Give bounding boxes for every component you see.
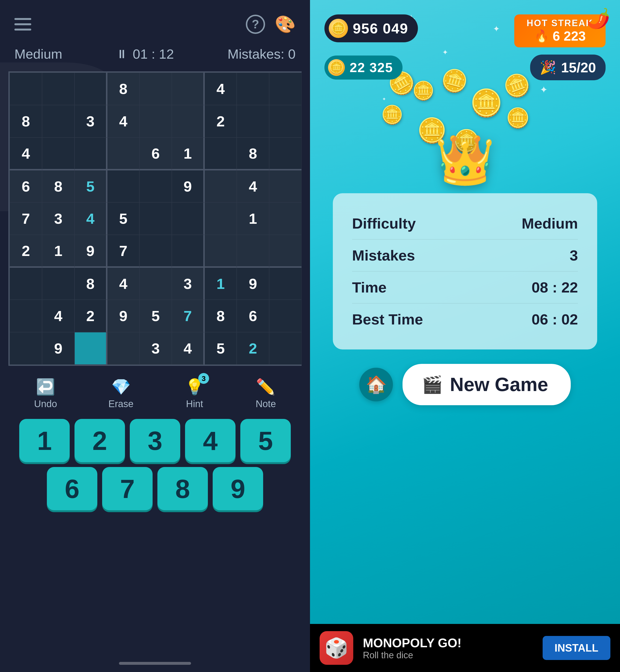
sudoku-cell[interactable]: 9 xyxy=(172,170,204,202)
sudoku-cell[interactable]: 8 xyxy=(237,138,269,170)
sudoku-cell[interactable]: 8 xyxy=(10,105,42,138)
sudoku-cell[interactable]: 6 xyxy=(237,300,269,332)
sudoku-cell[interactable]: 4 xyxy=(172,332,204,365)
sudoku-cell[interactable] xyxy=(139,105,172,138)
sudoku-cell[interactable]: 9 xyxy=(237,267,269,300)
sudoku-cell[interactable] xyxy=(204,202,237,235)
sudoku-cell[interactable] xyxy=(139,202,172,235)
sudoku-cell[interactable] xyxy=(10,300,42,332)
hint-button[interactable]: 3 💡 Hint xyxy=(185,378,204,409)
num-4-button[interactable]: 4 xyxy=(185,419,236,462)
sudoku-cell[interactable]: 4 xyxy=(42,300,74,332)
sudoku-cell[interactable] xyxy=(42,72,74,105)
sudoku-cell[interactable] xyxy=(107,332,139,365)
sudoku-cell[interactable]: 8 xyxy=(107,72,139,105)
sudoku-cell[interactable]: 7 xyxy=(107,235,139,267)
sudoku-cell[interactable]: 2 xyxy=(237,332,269,365)
sudoku-cell[interactable] xyxy=(74,332,107,365)
sudoku-cell[interactable] xyxy=(204,170,237,202)
sudoku-cell[interactable]: 4 xyxy=(10,138,42,170)
sudoku-cell[interactable] xyxy=(237,72,269,105)
sudoku-cell[interactable]: 6 xyxy=(10,170,42,202)
sudoku-cell[interactable] xyxy=(269,267,302,300)
sudoku-cell[interactable] xyxy=(269,202,302,235)
sudoku-cell[interactable]: 4 xyxy=(107,105,139,138)
sudoku-cell[interactable] xyxy=(74,72,107,105)
sudoku-cell[interactable]: 8 xyxy=(42,170,74,202)
sudoku-cell[interactable] xyxy=(269,170,302,202)
sudoku-cell[interactable] xyxy=(10,72,42,105)
sudoku-cell[interactable] xyxy=(10,332,42,365)
hamburger-menu[interactable] xyxy=(14,18,31,31)
sudoku-cell[interactable] xyxy=(107,138,139,170)
sudoku-cell[interactable] xyxy=(269,300,302,332)
sudoku-cell[interactable] xyxy=(42,105,74,138)
sudoku-cell[interactable]: 4 xyxy=(204,72,237,105)
sudoku-cell[interactable] xyxy=(139,72,172,105)
sudoku-cell[interactable] xyxy=(139,170,172,202)
sudoku-cell[interactable]: 1 xyxy=(204,267,237,300)
sudoku-cell[interactable] xyxy=(172,72,204,105)
help-button[interactable]: ? xyxy=(246,15,265,34)
sudoku-cell[interactable]: 2 xyxy=(204,105,237,138)
install-button[interactable]: INSTALL xyxy=(542,636,611,660)
sudoku-cell[interactable]: 4 xyxy=(74,202,107,235)
sudoku-cell[interactable]: 9 xyxy=(74,235,107,267)
num-3-button[interactable]: 3 xyxy=(130,419,180,462)
sudoku-cell[interactable]: 1 xyxy=(42,235,74,267)
sudoku-cell[interactable]: 4 xyxy=(237,170,269,202)
sudoku-cell[interactable]: 6 xyxy=(139,138,172,170)
undo-button[interactable]: ↩️ Undo xyxy=(34,378,57,409)
sudoku-cell[interactable]: 8 xyxy=(204,300,237,332)
sudoku-cell[interactable] xyxy=(204,138,237,170)
num-5-button[interactable]: 5 xyxy=(240,419,291,462)
num-7-button[interactable]: 7 xyxy=(102,467,153,510)
num-8-button[interactable]: 8 xyxy=(157,467,208,510)
note-button[interactable]: ✏️ Note xyxy=(256,378,276,409)
sudoku-cell[interactable] xyxy=(172,202,204,235)
sudoku-cell[interactable] xyxy=(269,332,302,365)
sudoku-cell[interactable]: 3 xyxy=(172,267,204,300)
sudoku-cell[interactable]: 9 xyxy=(107,300,139,332)
sudoku-cell[interactable]: 2 xyxy=(10,235,42,267)
sudoku-cell[interactable] xyxy=(269,138,302,170)
palette-icon[interactable]: 🎨 xyxy=(275,14,296,34)
sudoku-cell[interactable]: 4 xyxy=(107,267,139,300)
sudoku-cell[interactable]: 1 xyxy=(172,138,204,170)
pause-icon[interactable]: ⏸ xyxy=(116,47,128,61)
sudoku-cell[interactable]: 8 xyxy=(74,267,107,300)
sudoku-cell[interactable]: 5 xyxy=(139,300,172,332)
home-button[interactable]: 🏠 xyxy=(359,368,393,401)
new-game-button[interactable]: 🎬 New Game xyxy=(403,364,571,405)
sudoku-cell[interactable] xyxy=(204,235,237,267)
sudoku-cell[interactable]: 3 xyxy=(139,332,172,365)
sudoku-cell[interactable]: 3 xyxy=(74,105,107,138)
num-2-button[interactable]: 2 xyxy=(74,419,125,462)
num-1-button[interactable]: 1 xyxy=(19,419,70,462)
sudoku-cell[interactable] xyxy=(269,105,302,138)
sudoku-cell[interactable] xyxy=(237,235,269,267)
sudoku-cell[interactable]: 5 xyxy=(74,170,107,202)
sudoku-cell[interactable]: 9 xyxy=(42,332,74,365)
sudoku-cell[interactable] xyxy=(172,235,204,267)
sudoku-cell[interactable]: 3 xyxy=(42,202,74,235)
sudoku-cell[interactable] xyxy=(269,235,302,267)
sudoku-cell[interactable]: 2 xyxy=(74,300,107,332)
sudoku-cell[interactable] xyxy=(139,235,172,267)
erase-button[interactable]: 💎 Erase xyxy=(108,378,134,409)
sudoku-cell[interactable]: 5 xyxy=(107,202,139,235)
sudoku-cell[interactable] xyxy=(139,267,172,300)
sudoku-cell[interactable] xyxy=(269,72,302,105)
sudoku-cell[interactable] xyxy=(107,170,139,202)
sudoku-cell[interactable]: 7 xyxy=(172,300,204,332)
sudoku-cell[interactable]: 5 xyxy=(204,332,237,365)
sudoku-cell[interactable] xyxy=(237,105,269,138)
sudoku-cell[interactable] xyxy=(42,267,74,300)
sudoku-cell[interactable] xyxy=(172,105,204,138)
num-9-button[interactable]: 9 xyxy=(213,467,263,510)
sudoku-cell[interactable]: 1 xyxy=(237,202,269,235)
sudoku-cell[interactable] xyxy=(10,267,42,300)
num-6-button[interactable]: 6 xyxy=(47,467,97,510)
sudoku-cell[interactable] xyxy=(42,138,74,170)
sudoku-cell[interactable] xyxy=(74,138,107,170)
